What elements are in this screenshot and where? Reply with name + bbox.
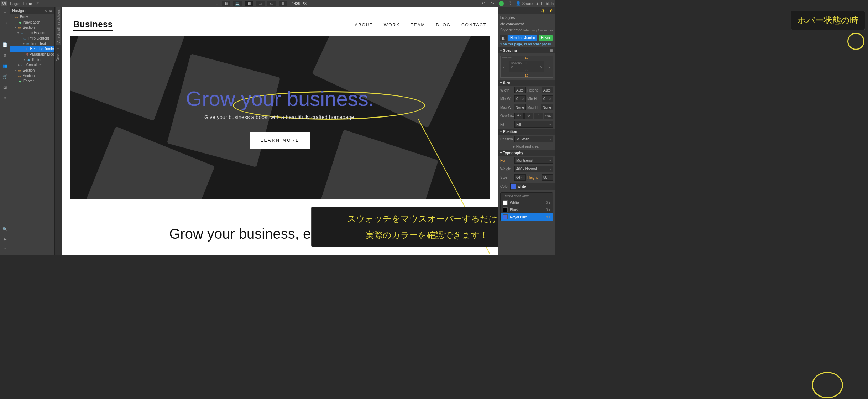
desktop-label: Desktop — [56, 48, 61, 62]
webflow-logo[interactable]: W — [1, 1, 7, 6]
overflow-scroll-icon[interactable]: ⇅ — [534, 113, 543, 119]
create-component-button[interactable]: ate component — [498, 21, 555, 27]
tree-intro-content[interactable]: ▾▭Intro Content — [10, 36, 54, 41]
state-tag[interactable]: Hover — [539, 35, 553, 41]
minw-input[interactable]: 0 — [514, 95, 526, 102]
selector-usage[interactable]: 1 on this page, 11 on other pages. — [498, 42, 555, 47]
selector-target-icon[interactable]: ◧ — [500, 35, 507, 41]
weight-select[interactable]: 400 - Normal — [514, 166, 553, 172]
position-header[interactable]: ▾Position — [498, 129, 555, 135]
maxh-input[interactable]: None — [541, 104, 553, 110]
close-icon[interactable]: ✕ — [44, 9, 47, 13]
nav-team[interactable]: TEAM — [411, 22, 425, 27]
share-button[interactable]: 👤 Share — [516, 1, 533, 6]
swatch-black[interactable]: Black⌘1 — [501, 206, 553, 213]
hero-heading[interactable]: Grow your business. — [186, 87, 374, 110]
hero-subtitle[interactable]: Give your business a boost with a beauti… — [204, 114, 356, 120]
users-icon[interactable]: 👥 — [2, 63, 8, 69]
breakpoint-mobile-landscape-icon[interactable]: ▭ — [267, 1, 276, 6]
tree-navigation[interactable]: ◆Navigation — [10, 20, 54, 25]
status-ok-icon[interactable] — [499, 1, 504, 6]
width-input[interactable]: Auto — [514, 87, 526, 93]
breakpoint-base-icon[interactable]: 🖥 — [245, 1, 253, 6]
cms-icon[interactable]: ⧉ — [2, 52, 8, 58]
lineheight-input[interactable]: 80 — [542, 174, 553, 181]
nav-contact[interactable]: CONTACT — [461, 22, 487, 27]
box-icon[interactable]: ⬚ — [2, 20, 8, 26]
nav-about[interactable]: ABOUT — [355, 22, 373, 27]
spacing-diagram[interactable]: MARGIN 10 0 0 10 PADDING 0 0 0 0 — [500, 56, 553, 78]
hero-section[interactable]: Grow your business. Give your business a… — [70, 36, 490, 200]
reload-icon[interactable]: ⟳ — [36, 1, 39, 6]
nav-blog[interactable]: BLOG — [436, 22, 451, 27]
color-text-input[interactable] — [518, 185, 555, 188]
spacing-header[interactable]: ▾Spacing⊞ — [498, 47, 555, 53]
list-icon[interactable]: ≡ — [2, 31, 8, 37]
overflow-auto[interactable]: Auto — [544, 113, 553, 119]
canvas-width[interactable]: 1439 PX — [292, 1, 307, 6]
page-icon[interactable]: 📄 — [2, 41, 8, 48]
site-logo[interactable]: Business — [73, 19, 113, 31]
panel-tabs: ✨ ⚡ — [498, 7, 555, 14]
tree-footer[interactable]: ◆Footer — [10, 78, 54, 84]
undo-icon[interactable]: ↶ — [480, 0, 487, 7]
swatch-popup: Enter a color value White⌘1 Black⌘1 Roya… — [500, 192, 553, 221]
audit-icon[interactable] — [3, 218, 7, 222]
position-select[interactable]: ✕Static — [514, 136, 553, 142]
more-icon[interactable]: ⋮ — [215, 1, 219, 6]
nav-work[interactable]: WORK — [384, 22, 400, 27]
breakpoint-mobile-icon[interactable]: ▯ — [279, 1, 287, 6]
pin-icon[interactable]: ⧉ — [49, 9, 52, 13]
tab-style-icon[interactable]: ✨ — [541, 9, 545, 13]
breakpoint-laptop-icon[interactable]: 💻 — [233, 1, 242, 6]
tree-intro-header[interactable]: ▾▭Intro Header — [10, 30, 54, 36]
canvas[interactable]: Business ABOUT WORK TEAM BLOG CONTACT — [62, 7, 498, 255]
tree-section-2[interactable]: ▸▭Section — [10, 68, 54, 73]
tree-heading-jumbo[interactable]: HHeading Jumbo — [10, 46, 54, 52]
tab-interactions-icon[interactable]: ⚡ — [549, 9, 553, 13]
tree-button[interactable]: ▸◆Button — [10, 57, 54, 62]
video-icon[interactable]: ▶ — [2, 236, 8, 242]
code-icon[interactable]: ⟨⟩ — [507, 0, 513, 7]
help-icon[interactable]: ? — [2, 246, 8, 252]
add-icon[interactable]: ＋ — [2, 9, 8, 16]
settings-icon[interactable]: ⚙ — [2, 95, 8, 101]
page-name[interactable]: Home — [22, 1, 32, 6]
tree-body[interactable]: ▸▭Body — [10, 14, 54, 20]
font-select[interactable]: Montserrat — [514, 157, 553, 164]
hex-hint[interactable]: Enter a color value — [501, 193, 553, 199]
tree-intro-text[interactable]: ▾▭Intro Text — [10, 41, 54, 46]
assets-icon[interactable]: 🖼 — [2, 84, 8, 90]
color-swatch-icon[interactable] — [511, 184, 516, 189]
site-nav: ABOUT WORK TEAM BLOG CONTACT — [355, 22, 487, 27]
typography-header[interactable]: ▾Typography — [498, 150, 555, 156]
publish-button[interactable]: ▲ Publish — [535, 1, 554, 6]
tree-section-3[interactable]: ▸▭Section — [10, 73, 54, 78]
size-header[interactable]: ▾Size — [498, 80, 555, 86]
redo-icon[interactable]: ↷ — [490, 0, 496, 7]
inheriting-label[interactable]: Inheriting 4 selectors — [523, 28, 553, 32]
breakpoint-tablet-icon[interactable]: ▭ — [256, 1, 265, 6]
ecommerce-icon[interactable]: 🛒 — [2, 73, 8, 80]
breakpoint-desktop-icon[interactable]: 🖥 — [222, 1, 230, 6]
swatch-royal-blue[interactable]: Royal Blue⌘1 — [501, 213, 553, 221]
search-icon[interactable]: 🔍 — [2, 226, 8, 232]
hero-button[interactable]: LEARN MORE — [250, 132, 310, 149]
top-bar: W Page: Home ⟳ ⋮ 🖥 💻 🖥 ▭ ▭ ▯ 1439 PX ↶ ↷… — [0, 0, 555, 7]
fit-select[interactable]: Fill — [514, 121, 553, 128]
tree-paragraph-bigger[interactable]: ¶Paragraph Bigger — [10, 52, 54, 57]
tree-container[interactable]: ▸▭Container — [10, 62, 54, 68]
color-input[interactable] — [510, 183, 555, 190]
class-tag[interactable]: Heading Jumbo — [508, 35, 537, 41]
site-header: Business ABOUT WORK TEAM BLOG CONTACT — [70, 14, 490, 36]
overflow-hidden-icon[interactable]: ⊘ — [524, 113, 534, 119]
overflow-visible-icon[interactable]: 👁 — [514, 113, 524, 119]
navigator-title: Navigator — [12, 9, 29, 13]
minh-input[interactable]: 0 — [542, 95, 553, 102]
float-clear-toggle[interactable]: ▸ Float and clear — [498, 143, 555, 150]
height-input[interactable]: Auto — [542, 87, 553, 93]
maxw-input[interactable]: None — [514, 104, 526, 110]
tree-section-1[interactable]: ▾▭Section — [10, 25, 54, 30]
swatch-white[interactable]: White⌘1 — [501, 199, 553, 206]
fontsize-input[interactable]: 64 — [514, 174, 526, 181]
